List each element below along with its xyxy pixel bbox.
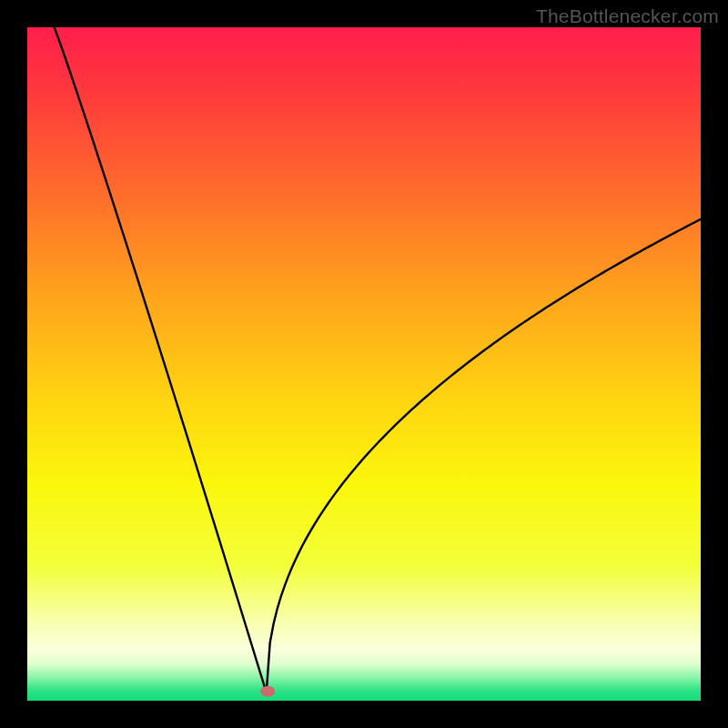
optimum-marker: [260, 686, 275, 697]
bottleneck-chart: [27, 27, 701, 701]
chart-frame: TheBottlenecker.com: [0, 0, 728, 728]
watermark-text: TheBottlenecker.com: [536, 5, 719, 27]
gradient-background: [27, 27, 701, 701]
plot-area: [27, 27, 701, 701]
